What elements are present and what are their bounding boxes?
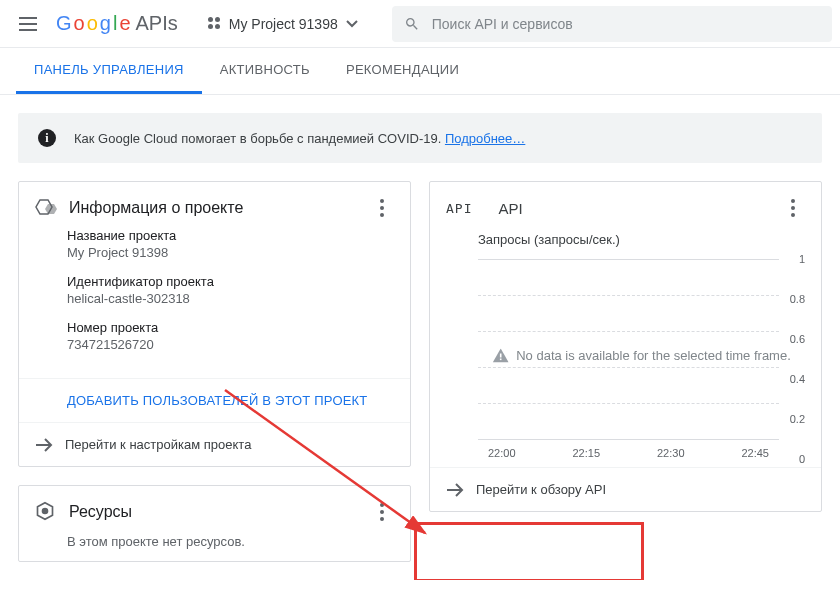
go-settings-link[interactable]: Перейти к настройкам проекта bbox=[19, 422, 410, 466]
info-banner: i Как Google Cloud помогает в борьбе с п… bbox=[18, 113, 822, 163]
resources-title: Ресурсы bbox=[69, 503, 356, 521]
api-badge-icon: API bbox=[446, 201, 472, 216]
search-icon bbox=[404, 16, 420, 32]
add-users-label: ДОБАВИТЬ ПОЛЬЗОВАТЕЛЕЙ В ЭТОТ ПРОЕКТ bbox=[67, 393, 368, 408]
api-card-title: API bbox=[498, 200, 767, 217]
resources-card-menu[interactable] bbox=[370, 500, 394, 524]
google-apis-logo: Google APIs bbox=[56, 12, 178, 35]
project-info-card: Информация о проекте Название проекта My… bbox=[18, 181, 411, 467]
project-card-menu[interactable] bbox=[370, 196, 394, 220]
xtick-0: 22:00 bbox=[488, 447, 516, 459]
project-number-label: Номер проекта bbox=[67, 320, 394, 335]
go-api-overview-link[interactable]: Перейти к обзору API bbox=[430, 467, 821, 511]
project-id-value: helical-castle-302318 bbox=[67, 291, 394, 306]
xtick-2: 22:30 bbox=[657, 447, 685, 459]
chart-nodata-text: No data is available for the selected ti… bbox=[516, 348, 791, 363]
warning-icon bbox=[492, 348, 508, 362]
resources-empty-text: В этом проекте нет ресурсов. bbox=[67, 534, 394, 549]
svg-rect-4 bbox=[499, 353, 501, 357]
project-number-value: 734721526720 bbox=[67, 337, 394, 352]
tabs: ПАНЕЛЬ УПРАВЛЕНИЯ АКТИВНОСТЬ РЕКОМЕНДАЦИ… bbox=[0, 48, 840, 95]
ytick-5: 0 bbox=[783, 453, 805, 465]
search-box[interactable] bbox=[392, 6, 832, 42]
project-dots-icon bbox=[208, 17, 221, 30]
ytick-0: 1 bbox=[783, 253, 805, 265]
menu-button[interactable] bbox=[8, 4, 48, 44]
api-card: API API Запросы (запросы/сек.) 1 bbox=[429, 181, 822, 512]
xtick-3: 22:45 bbox=[741, 447, 769, 459]
project-name-value: My Project 91398 bbox=[67, 245, 394, 260]
ytick-3: 0.4 bbox=[783, 373, 805, 385]
chart-title: Запросы (запросы/сек.) bbox=[430, 228, 821, 251]
banner-link[interactable]: Подробнее… bbox=[445, 131, 525, 146]
project-icon bbox=[35, 199, 55, 217]
project-id-label: Идентификатор проекта bbox=[67, 274, 394, 289]
xtick-1: 22:15 bbox=[572, 447, 600, 459]
arrow-right-icon bbox=[35, 438, 53, 452]
resources-card: Ресурсы В этом проекте нет ресурсов. bbox=[18, 485, 411, 562]
search-input[interactable] bbox=[432, 16, 820, 32]
go-api-overview-label: Перейти к обзору API bbox=[476, 482, 606, 497]
svg-point-3 bbox=[43, 508, 48, 513]
add-users-link[interactable]: ДОБАВИТЬ ПОЛЬЗОВАТЕЛЕЙ В ЭТОТ ПРОЕКТ bbox=[19, 378, 410, 422]
ytick-2: 0.6 bbox=[783, 333, 805, 345]
project-card-title: Информация о проекте bbox=[69, 199, 356, 217]
project-name: My Project 91398 bbox=[229, 16, 338, 32]
tab-recommendations[interactable]: РЕКОМЕНДАЦИИ bbox=[328, 48, 477, 94]
ytick-1: 0.8 bbox=[783, 293, 805, 305]
tab-dashboard[interactable]: ПАНЕЛЬ УПРАВЛЕНИЯ bbox=[16, 48, 202, 94]
api-chart: 1 0.8 0.6 0.4 0.2 0 22:00 22:15 22:30 22… bbox=[478, 259, 805, 459]
svg-marker-1 bbox=[45, 204, 57, 214]
svg-rect-5 bbox=[499, 358, 501, 360]
go-settings-label: Перейти к настройкам проекта bbox=[65, 437, 251, 452]
resources-icon bbox=[35, 501, 55, 524]
project-selector[interactable]: My Project 91398 bbox=[200, 10, 366, 38]
chevron-down-icon bbox=[346, 20, 358, 28]
hamburger-icon bbox=[19, 17, 37, 31]
banner-text: Как Google Cloud помогает в борьбе с пан… bbox=[74, 131, 525, 146]
logo-apis-text: APIs bbox=[136, 12, 178, 35]
tab-activity[interactable]: АКТИВНОСТЬ bbox=[202, 48, 328, 94]
banner-message: Как Google Cloud помогает в борьбе с пан… bbox=[74, 131, 445, 146]
project-name-label: Название проекта bbox=[67, 228, 394, 243]
info-icon: i bbox=[38, 129, 56, 147]
api-card-menu[interactable] bbox=[781, 196, 805, 220]
arrow-right-icon bbox=[446, 483, 464, 497]
ytick-4: 0.2 bbox=[783, 413, 805, 425]
